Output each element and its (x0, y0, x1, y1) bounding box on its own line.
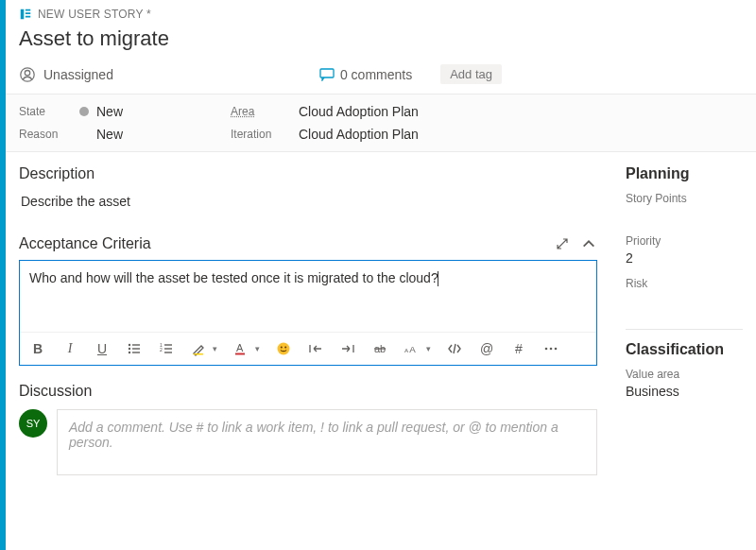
svg-point-22 (281, 347, 283, 349)
emoji-button[interactable] (275, 340, 292, 357)
meta-row: Unassigned 0 comments Add tag (6, 60, 756, 94)
main-container: NEW USER STORY * Asset to migrate Unassi… (6, 0, 756, 550)
area-label: Area (231, 105, 299, 118)
value-area-field[interactable]: Business (626, 384, 743, 399)
state-value: New (96, 104, 123, 119)
svg-rect-11 (132, 348, 140, 349)
assignee-field[interactable]: Unassigned (19, 66, 113, 83)
add-tag-button[interactable]: Add tag (440, 64, 502, 84)
font-color-button[interactable]: A (232, 340, 249, 357)
person-icon (19, 66, 36, 83)
more-button[interactable] (542, 340, 559, 357)
assignee-label: Unassigned (43, 67, 113, 82)
bold-button[interactable]: B (29, 340, 46, 357)
state-dot-icon (79, 107, 89, 116)
clear-format-button[interactable]: ab (371, 340, 388, 357)
svg-rect-6 (320, 69, 334, 77)
comments-count[interactable]: 0 comments (319, 67, 412, 82)
planning-title: Planning (626, 165, 743, 182)
svg-rect-17 (164, 352, 172, 352)
description-title: Description (19, 165, 597, 182)
highlight-button[interactable] (190, 340, 207, 357)
chevron-down-icon[interactable]: ▾ (426, 344, 431, 353)
svg-rect-20 (235, 353, 245, 355)
svg-point-5 (25, 70, 29, 75)
svg-text:2: 2 (160, 347, 163, 352)
svg-rect-15 (164, 344, 172, 345)
state-label: State (19, 105, 79, 118)
font-size-button[interactable]: AA (404, 340, 421, 357)
comment-input[interactable]: Add a comment. Use # to link a work item… (57, 409, 597, 475)
svg-rect-18 (194, 353, 203, 355)
text-cursor (438, 271, 438, 286)
svg-text:A: A (404, 347, 409, 353)
fields-bar: State New Area Cloud Adoption Plan Reaso… (6, 94, 756, 152)
svg-point-8 (129, 348, 130, 350)
reason-value: New (96, 127, 123, 142)
underline-button[interactable]: U (94, 340, 111, 357)
classification-title: Classification (626, 341, 743, 358)
italic-button[interactable]: I (61, 340, 78, 357)
work-item-type: NEW USER STORY * (38, 8, 151, 21)
svg-text:A: A (236, 342, 244, 353)
reason-label: Reason (19, 128, 79, 141)
acceptance-criteria-editor[interactable]: Who and how will the asset be tested onc… (19, 260, 597, 366)
priority-field[interactable]: 2 (626, 250, 743, 266)
iteration-value[interactable]: Cloud Adoption Plan (299, 127, 419, 142)
comment-icon (319, 68, 335, 81)
svg-text:A: A (409, 344, 416, 354)
svg-rect-2 (26, 12, 30, 14)
divider (626, 329, 743, 330)
svg-rect-3 (26, 16, 30, 18)
svg-rect-16 (164, 348, 172, 349)
discussion-title: Discussion (19, 383, 597, 400)
svg-rect-0 (21, 9, 25, 20)
iteration-label: Iteration (231, 128, 299, 141)
risk-field[interactable] (626, 293, 743, 308)
mention-button[interactable]: @ (478, 340, 495, 357)
state-field[interactable]: New (79, 104, 231, 119)
svg-rect-1 (26, 9, 30, 11)
area-value[interactable]: Cloud Adoption Plan (299, 104, 419, 119)
svg-point-21 (278, 343, 290, 355)
collapse-icon[interactable] (580, 235, 597, 252)
value-area-label: Value area (626, 368, 743, 381)
user-avatar: SY (19, 409, 47, 438)
svg-rect-12 (132, 352, 140, 352)
fullscreen-icon[interactable] (554, 235, 571, 252)
numbered-list-button[interactable]: 12 (158, 340, 175, 357)
svg-rect-10 (132, 344, 140, 345)
indent-button[interactable] (339, 340, 356, 357)
code-button[interactable] (446, 340, 463, 357)
bullet-list-button[interactable] (126, 340, 143, 357)
work-item-title[interactable]: Asset to migrate (6, 23, 756, 60)
description-field[interactable]: Describe the asset (19, 192, 597, 235)
svg-point-29 (550, 348, 553, 351)
comments-text: 0 comments (340, 67, 412, 82)
svg-point-7 (129, 344, 130, 346)
svg-point-30 (555, 348, 558, 351)
left-column: Description Describe the asset Acceptanc… (6, 152, 626, 550)
story-points-label: Story Points (626, 192, 743, 205)
outdent-button[interactable] (307, 340, 324, 357)
acceptance-criteria-title: Acceptance Criteria (19, 235, 151, 252)
chevron-down-icon[interactable]: ▾ (213, 344, 217, 353)
svg-point-28 (545, 348, 548, 351)
header: NEW USER STORY * (6, 0, 756, 23)
svg-point-9 (129, 352, 130, 353)
acceptance-criteria-text[interactable]: Who and how will the asset be tested onc… (20, 261, 596, 332)
user-story-icon (19, 8, 32, 21)
chevron-down-icon[interactable]: ▾ (255, 344, 260, 353)
story-points-field[interactable] (626, 208, 743, 223)
right-column: Planning Story Points Priority 2 Risk Cl… (626, 152, 756, 550)
svg-point-23 (284, 347, 286, 349)
priority-label: Priority (626, 234, 743, 248)
hashtag-button[interactable]: # (510, 340, 527, 357)
reason-field[interactable]: New (79, 127, 231, 142)
risk-label: Risk (626, 277, 743, 290)
editor-toolbar: B I U 12 ▾ A ▾ (20, 332, 596, 365)
